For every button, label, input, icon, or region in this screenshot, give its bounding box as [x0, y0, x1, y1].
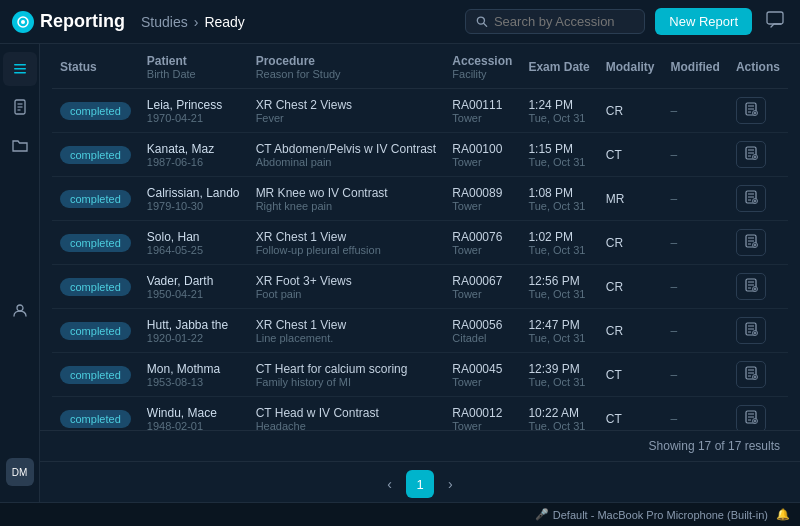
status-badge: completed: [60, 190, 131, 208]
patient-dob: 1953-08-13: [147, 376, 240, 388]
patient-name: Windu, Mace: [147, 406, 240, 420]
cell-procedure: XR Chest 1 View Line placement.: [248, 309, 445, 353]
cell-modified: –: [663, 397, 728, 431]
pagination: ‹ 1 ›: [40, 461, 800, 502]
cell-procedure: XR Chest 1 View Follow-up pleural effusi…: [248, 221, 445, 265]
pagination-page-1[interactable]: 1: [406, 470, 434, 498]
cell-accession: RA00067 Tower: [444, 265, 520, 309]
accession-facility: Tower: [452, 200, 512, 212]
modality-value: MR: [606, 192, 625, 206]
report-icon: [744, 234, 758, 248]
table-row: completed Mon, Mothma 1953-08-13 CT Hear…: [52, 353, 788, 397]
sidebar-item-user[interactable]: [3, 293, 37, 327]
cell-status: completed: [52, 309, 139, 353]
modality-value: CT: [606, 412, 622, 426]
sidebar-item-document[interactable]: [3, 90, 37, 124]
report-icon: [744, 322, 758, 336]
sidebar-item-folder[interactable]: [3, 128, 37, 162]
search-input[interactable]: [494, 14, 634, 29]
modality-value: CR: [606, 104, 623, 118]
patient-name: Solo, Han: [147, 230, 240, 244]
new-report-button[interactable]: New Report: [655, 8, 752, 35]
cell-modified: –: [663, 265, 728, 309]
search-box[interactable]: [465, 9, 645, 34]
table-row: completed Leia, Princess 1970-04-21 XR C…: [52, 89, 788, 133]
action-button[interactable]: [736, 361, 766, 388]
action-button[interactable]: [736, 273, 766, 300]
table-row: completed Calrissian, Lando 1979-10-30 M…: [52, 177, 788, 221]
modified-value: –: [671, 412, 678, 426]
patient-name: Kanata, Maz: [147, 142, 240, 156]
modified-value: –: [671, 236, 678, 250]
exam-date: Tue, Oct 31: [528, 112, 589, 124]
cell-accession: RA00100 Tower: [444, 133, 520, 177]
report-icon: [744, 146, 758, 160]
procedure-reason: Line placement.: [256, 332, 437, 344]
cell-modality: MR: [598, 177, 663, 221]
status-badge: completed: [60, 278, 131, 296]
cell-accession: RA00012 Tower: [444, 397, 520, 431]
procedure-name: XR Chest 1 View: [256, 318, 437, 332]
svg-rect-6: [14, 68, 26, 70]
action-button[interactable]: [736, 317, 766, 344]
cell-modality: CT: [598, 397, 663, 431]
sidebar: DM: [0, 44, 40, 502]
cell-actions: [728, 89, 788, 133]
cell-procedure: MR Knee wo IV Contrast Right knee pain: [248, 177, 445, 221]
action-button[interactable]: [736, 141, 766, 168]
col-patient: PatientBirth Date: [139, 44, 248, 89]
chat-icon-button[interactable]: [762, 7, 788, 37]
cell-accession: RA00089 Tower: [444, 177, 520, 221]
status-badge: completed: [60, 410, 131, 428]
procedure-name: XR Chest 2 Views: [256, 98, 437, 112]
mic-status: 🎤 Default - MacBook Pro Microphone (Buil…: [535, 508, 768, 521]
procedure-reason: Foot pain: [256, 288, 437, 300]
accession-number: RA00067: [452, 274, 512, 288]
patient-name: Vader, Darth: [147, 274, 240, 288]
cell-modified: –: [663, 177, 728, 221]
cell-patient: Solo, Han 1964-05-25: [139, 221, 248, 265]
sidebar-item-list[interactable]: [3, 52, 37, 86]
bell-icon: 🔔: [776, 508, 790, 521]
cell-patient: Calrissian, Lando 1979-10-30: [139, 177, 248, 221]
procedure-name: CT Head w IV Contrast: [256, 406, 437, 420]
folder-icon: [12, 137, 28, 153]
patient-dob: 1979-10-30: [147, 200, 240, 212]
cell-actions: [728, 397, 788, 431]
cell-actions: [728, 353, 788, 397]
modified-value: –: [671, 148, 678, 162]
accession-facility: Tower: [452, 420, 512, 431]
status-bar: 🎤 Default - MacBook Pro Microphone (Buil…: [0, 502, 800, 526]
pagination-next[interactable]: ›: [440, 472, 461, 496]
patient-dob: 1948-02-01: [147, 420, 240, 431]
col-actions: Actions: [728, 44, 788, 89]
svg-rect-5: [14, 64, 26, 66]
user-avatar[interactable]: DM: [6, 458, 34, 486]
topbar-right: New Report: [465, 7, 788, 37]
cell-modified: –: [663, 309, 728, 353]
action-button[interactable]: [736, 405, 766, 430]
cell-modality: CR: [598, 89, 663, 133]
action-button[interactable]: [736, 97, 766, 124]
modality-value: CT: [606, 148, 622, 162]
action-button[interactable]: [736, 185, 766, 212]
table-header: Status PatientBirth Date ProcedureReason…: [52, 44, 788, 89]
procedure-name: MR Knee wo IV Contrast: [256, 186, 437, 200]
cell-status: completed: [52, 177, 139, 221]
col-modified: Modified: [663, 44, 728, 89]
cell-modified: –: [663, 133, 728, 177]
modified-value: –: [671, 104, 678, 118]
report-icon: [744, 102, 758, 116]
report-icon: [744, 366, 758, 380]
exam-date: Tue, Oct 31: [528, 200, 589, 212]
exam-time: 1:15 PM: [528, 142, 589, 156]
action-button[interactable]: [736, 229, 766, 256]
cell-procedure: XR Foot 3+ Views Foot pain: [248, 265, 445, 309]
cell-procedure: XR Chest 2 Views Fever: [248, 89, 445, 133]
breadcrumb-studies[interactable]: Studies: [141, 14, 188, 30]
cell-exam-date: 1:08 PM Tue, Oct 31: [520, 177, 597, 221]
exam-time: 1:02 PM: [528, 230, 589, 244]
breadcrumb-separator: ›: [194, 14, 199, 30]
pagination-prev[interactable]: ‹: [379, 472, 400, 496]
accession-facility: Citadel: [452, 332, 512, 344]
